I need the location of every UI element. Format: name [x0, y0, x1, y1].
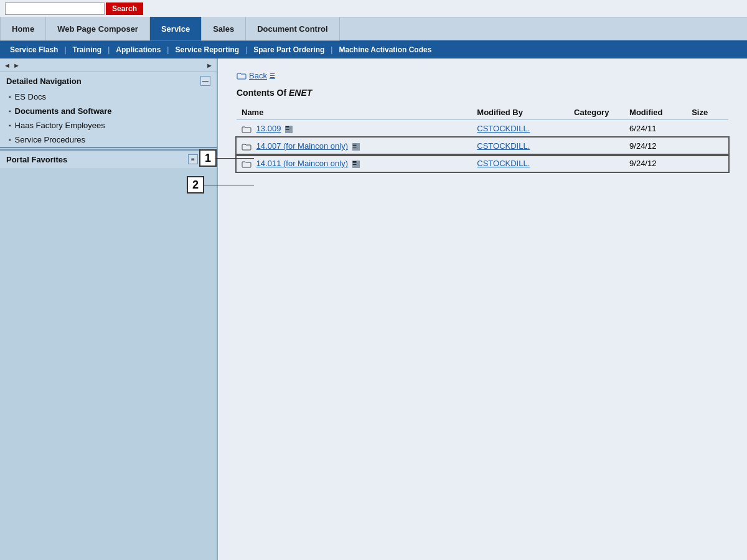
sidebar-detailed-nav-header: Detailed Navigation —: [0, 72, 217, 90]
portal-favorites-label: Portal Favorites: [6, 155, 67, 164]
sidebar-portal-favorites-header: Portal Favorites ≡ □: [0, 149, 217, 168]
modified-cell: 9/24/12: [624, 155, 687, 172]
category-cell: [569, 155, 624, 172]
file-link[interactable]: 13.009: [256, 124, 281, 133]
main-nav: Home Web Page Composer Service Sales Doc…: [0, 17, 747, 41]
sidebar: ◄ ► ► Detailed Navigation — ES Docs Docu…: [0, 58, 218, 560]
file-name-cell: 14.011 (for Maincon only) ☰: [237, 155, 472, 172]
subnav-service-reporting[interactable]: Service Reporting: [170, 45, 244, 54]
table-row: 14.007 (for Maincon only) ☰ CSTOCKDILL. …: [237, 138, 728, 155]
category-cell: [569, 120, 624, 138]
subnav-sep-1: |: [63, 45, 67, 54]
back-menu-icon[interactable]: ☰: [270, 72, 275, 79]
nav-arrow-right[interactable]: ►: [12, 62, 21, 69]
sidebar-detailed-nav-section: Detailed Navigation — ES Docs Documents …: [0, 72, 217, 148]
tab-web-page-composer[interactable]: Web Page Composer: [46, 17, 150, 40]
size-cell: [687, 120, 728, 138]
sidebar-minimize-btn[interactable]: —: [200, 76, 210, 86]
tab-service[interactable]: Service: [150, 17, 202, 40]
annotation-box-1: 1: [199, 149, 217, 167]
subnav-service-flash[interactable]: Service Flash: [5, 45, 63, 54]
annotation-line-1: [217, 158, 254, 159]
main-content: Back ☰ Contents Of ENET Name Modified By…: [218, 58, 747, 560]
sidebar-item-service-procedures[interactable]: Service Procedures: [0, 133, 217, 147]
file-table: Name Modified By Category Modified Size: [237, 105, 728, 172]
subnav-sep-5: |: [329, 45, 334, 54]
back-link[interactable]: Back ☰: [237, 71, 728, 80]
table-row: 14.011 (for Maincon only) ☰ CSTOCKDILL. …: [237, 155, 728, 172]
contents-of-label: Contents Of: [237, 88, 286, 98]
subnav-training[interactable]: Training: [68, 45, 107, 54]
folder-icon: [242, 126, 251, 133]
sub-nav: Service Flash | Training | Applications …: [0, 41, 747, 58]
file-name-cell: 13.009 ☰: [237, 120, 472, 138]
row-menu-icon[interactable]: ☰: [285, 126, 293, 133]
search-button[interactable]: Search: [106, 2, 143, 15]
nav-arrow-collapse[interactable]: ►: [205, 62, 214, 69]
sidebar-item-haas-factory-employees[interactable]: Haas Factory Employees: [0, 118, 217, 133]
file-link[interactable]: 14.011 (for Maincon only): [256, 159, 348, 168]
annotation-line-2: [204, 185, 254, 185]
sidebar-header-icons: —: [200, 76, 210, 86]
file-link[interactable]: 14.007 (for Maincon only): [256, 141, 348, 151]
file-name-cell: 14.007 (for Maincon only) ☰: [237, 138, 472, 155]
tab-document-control[interactable]: Document Control: [246, 17, 339, 40]
tab-sales[interactable]: Sales: [202, 17, 246, 40]
sidebar-item-es-docs[interactable]: ES Docs: [0, 90, 217, 104]
tab-home[interactable]: Home: [0, 17, 46, 40]
annotation-1: 1: [199, 149, 254, 167]
annotation-box-2: 2: [187, 176, 204, 194]
col-modified: Modified: [624, 105, 687, 120]
subnav-sep-2: |: [106, 45, 111, 54]
modified-cell: 6/24/11: [624, 120, 687, 138]
detailed-nav-label: Detailed Navigation: [6, 77, 82, 86]
back-label[interactable]: Back: [249, 71, 267, 80]
col-category: Category: [569, 105, 624, 120]
size-cell: [687, 155, 728, 172]
sidebar-nav-arrows: ◄ ► ►: [0, 58, 217, 72]
folder-back-icon: [237, 72, 247, 80]
subnav-applications[interactable]: Applications: [111, 45, 166, 54]
nav-arrow-left[interactable]: ◄: [2, 62, 12, 69]
content-area: ◄ ► ► Detailed Navigation — ES Docs Docu…: [0, 58, 747, 560]
modified-cell: 9/24/12: [624, 138, 687, 155]
subnav-machine-activation-codes[interactable]: Machine Activation Codes: [334, 45, 436, 54]
user-link[interactable]: CSTOCKDILL.: [477, 159, 530, 168]
user-link[interactable]: CSTOCKDILL.: [477, 141, 530, 151]
size-cell: [687, 138, 728, 155]
user-link[interactable]: CSTOCKDILL.: [477, 124, 530, 133]
modified-by-cell: CSTOCKDILL.: [472, 120, 569, 138]
modified-by-cell: CSTOCKDILL.: [472, 155, 569, 172]
category-cell: [569, 138, 624, 155]
modified-by-cell: CSTOCKDILL.: [472, 138, 569, 155]
sidebar-item-documents-and-software[interactable]: Documents and Software: [0, 104, 217, 118]
contents-title: Contents Of ENET: [237, 88, 728, 98]
top-bar: Search: [0, 0, 747, 17]
col-size: Size: [687, 105, 728, 120]
annotation-2: 2: [187, 176, 254, 194]
folder-name: ENET: [289, 88, 312, 98]
subnav-sep-4: |: [244, 45, 248, 54]
col-modified-by: Modified By: [472, 105, 569, 120]
subnav-sep-3: |: [166, 45, 170, 54]
col-name: Name: [237, 105, 472, 120]
search-input[interactable]: [5, 2, 105, 15]
subnav-spare-part-ordering[interactable]: Spare Part Ordering: [248, 45, 329, 54]
row-menu-icon[interactable]: ☰: [352, 143, 360, 151]
table-row: 13.009 ☰ CSTOCKDILL. 6/24/11: [237, 120, 728, 138]
sidebar-portal-favorites-section: Portal Favorites ≡ □: [0, 149, 217, 168]
row-menu-icon[interactable]: ☰: [352, 161, 360, 168]
sidebar-portal-list-btn[interactable]: ≡: [188, 154, 198, 164]
file-table-container: Name Modified By Category Modified Size: [237, 105, 728, 172]
